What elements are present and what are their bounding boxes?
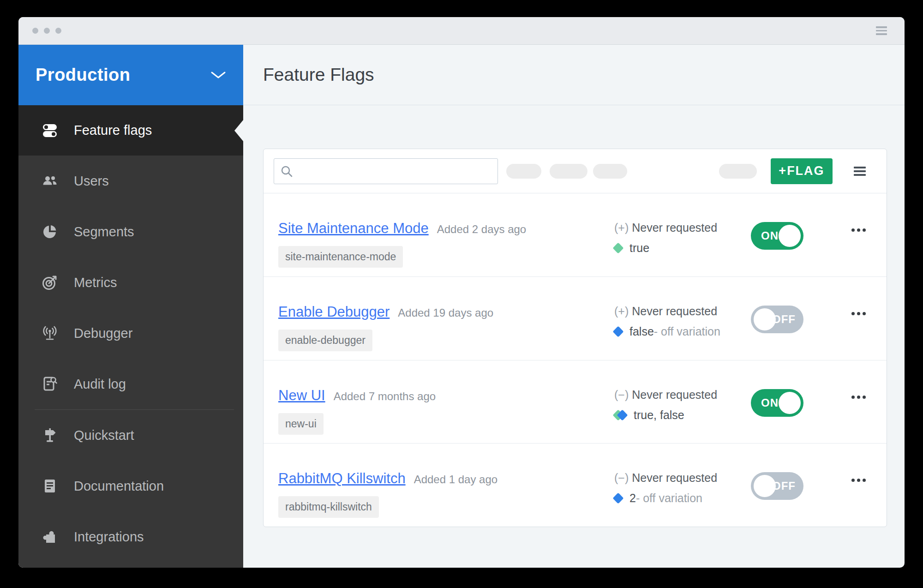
variation-diamond-icon [612,326,623,337]
project-name: Production [36,65,131,85]
pie-icon [41,223,59,240]
flag-actions-col [851,360,866,444]
audit-log-icon [41,376,59,392]
search-box [274,158,498,184]
target-icon [41,274,59,291]
flag-name-link[interactable]: Site Maintenance Mode [278,220,429,237]
project-switcher[interactable]: Production [18,45,243,105]
sidebar-item-documentation[interactable]: Documentation [18,461,243,511]
flag-toggle[interactable]: OFF [751,472,803,500]
flag-name-link[interactable]: Enable Debugger [278,304,390,320]
flag-name-link[interactable]: New UI [278,387,325,404]
flag-key-tag: rabbitmq-killswitch [278,496,379,518]
flag-status: (−)Never requested true, false [614,360,751,444]
app-window: Production Feature flags [18,17,905,568]
variation-value: false [629,325,654,338]
sidebar-item-audit-log[interactable]: Audit log [18,359,243,409]
flag-row: Site Maintenance Mode Added 2 days ago s… [264,193,887,276]
row-menu-icon[interactable] [851,228,866,232]
flag-key-tag: site-maintenance-mode [278,246,403,268]
flags-toolbar: +FLAG [264,149,887,193]
sidebar-item-label: Debugger [74,326,132,341]
browser-menu-icon[interactable] [876,26,887,35]
variation-value: true, false [634,408,684,422]
filter-placeholder-pill [506,164,541,179]
filter-placeholder-pill [593,164,627,179]
filter-placeholder-pill [550,164,587,179]
request-status: Never requested [632,388,717,401]
users-icon [41,173,59,189]
chevron-down-icon [210,71,226,79]
signpost-icon [41,427,59,444]
toggles-icon [41,122,59,139]
flag-added-date: Added 1 day ago [414,473,498,486]
request-status: Never requested [632,221,717,234]
sidebar-item-feature-flags[interactable]: Feature flags [18,105,243,156]
main-area: Feature Flags [243,45,905,568]
flag-row: RabbitMQ Killswitch Added 1 day ago rabb… [264,443,887,527]
flag-actions-col [851,277,866,360]
row-menu-icon[interactable] [851,396,866,399]
flag-actions-col [851,444,866,527]
variation-diamonds [614,244,622,252]
sidebar-item-label: Segments [74,224,134,240]
sidebar-item-segments[interactable]: Segments [18,206,243,257]
sidebar-item-quickstart[interactable]: Quickstart [18,410,243,461]
add-flag-button[interactable]: +FLAG [771,158,833,184]
flag-toggle-col: ON [751,193,803,276]
window-dot-icon [44,28,50,34]
sidebar-item-metrics[interactable]: Metrics [18,257,243,308]
request-prefix: (+) [614,221,629,234]
request-status: Never requested [632,471,717,484]
sidebar-item-debugger[interactable]: Debugger [18,308,243,359]
request-prefix: (−) [614,471,629,484]
row-menu-icon[interactable] [851,312,866,315]
screen: Production Feature flags [0,0,923,588]
flag-status: (−)Never requested 2 - off variation [614,444,751,527]
toggle-knob [779,225,801,247]
request-prefix: (−) [614,388,629,401]
flags-card: +FLAG Site Maintenance Mode Added 2 days… [263,149,887,527]
flag-toggle[interactable]: ON [751,389,803,417]
flag-added-date: Added 2 days ago [437,223,527,236]
active-item-notch [234,120,243,141]
variation-value-suffix: - off variation [654,325,720,338]
flag-toggle-col: OFF [751,277,803,360]
variation-diamonds [614,328,622,336]
window-control-dots [32,28,61,34]
sidebar-item-integrations[interactable]: Integrations [18,511,243,562]
broadcast-icon [41,325,59,342]
flag-actions-col [851,193,866,276]
variation-value-suffix: - off variation [636,492,702,505]
row-menu-icon[interactable] [851,479,866,482]
window-titlebar [18,17,905,45]
list-menu-icon[interactable] [854,167,866,176]
flag-toggle[interactable]: OFF [751,306,803,333]
search-input[interactable] [274,158,498,184]
flag-key-tag: enable-debugger [278,330,372,351]
toggle-state-label: ON [761,396,779,409]
flag-row: New UI Added 7 months ago new-ui (−)Neve… [264,360,887,444]
sidebar-item-label: Feature flags [74,123,152,138]
toggle-state-label: ON [761,229,779,242]
request-prefix: (+) [614,305,629,318]
filter-placeholder-pill [719,164,757,179]
flag-info: New UI Added 7 months ago new-ui [278,360,614,444]
page-content: +FLAG Site Maintenance Mode Added 2 days… [243,105,905,568]
flag-added-date: Added 19 days ago [398,306,493,319]
flag-name-link[interactable]: RabbitMQ Killswitch [278,470,406,487]
page-header: Feature Flags [243,45,905,105]
flag-toggle[interactable]: ON [751,222,803,250]
flag-info: Enable Debugger Added 19 days ago enable… [278,277,614,360]
variation-diamonds [614,411,626,419]
toggle-knob [779,392,801,414]
sidebar-item-label: Documentation [74,479,164,494]
variation-diamond-icon [612,242,623,253]
variation-diamonds [614,494,622,502]
window-dot-icon [32,28,38,34]
sidebar: Production Feature flags [18,45,243,568]
sidebar-item-label: Audit log [74,377,126,392]
flag-key-tag: new-ui [278,413,324,435]
sidebar-item-users[interactable]: Users [18,156,243,206]
flag-row: Enable Debugger Added 19 days ago enable… [264,276,887,360]
